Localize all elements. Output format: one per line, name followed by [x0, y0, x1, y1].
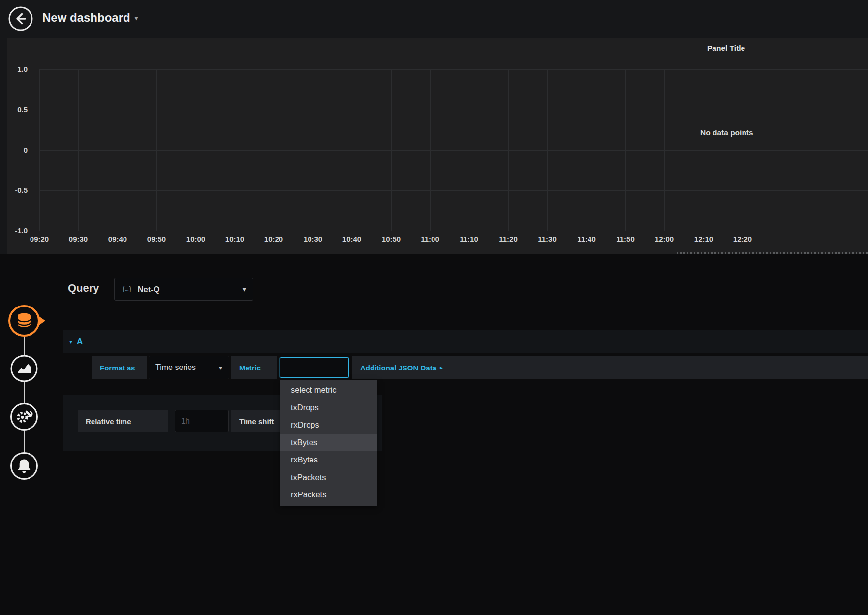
dropdown-item-rxbytes[interactable]: rxBytes: [280, 451, 377, 469]
x-tick: 10:10: [217, 235, 252, 243]
dashboard-title-text: New dashboard: [42, 11, 130, 24]
relative-time-input[interactable]: [175, 410, 229, 432]
x-tick: 11:20: [491, 235, 526, 243]
x-tick: 10:00: [179, 235, 213, 243]
y-tick: 0.5: [7, 105, 28, 114]
y-tick: -1.0: [7, 226, 28, 235]
x-tick: 09:50: [139, 235, 174, 243]
x-tick: 10:50: [374, 235, 408, 243]
no-data-text: No data points: [700, 128, 753, 137]
grafana-screen: New dashboard▾ Panel Title No data point…: [0, 0, 868, 615]
x-tick: 12:10: [686, 235, 721, 243]
additional-json-label: Additional JSON Data: [360, 364, 436, 372]
chevron-down-icon: ▾: [219, 364, 222, 371]
dashboard-title[interactable]: New dashboard▾: [42, 11, 138, 25]
x-tick: 10:20: [256, 235, 291, 243]
query-row-header[interactable]: ▾ A: [63, 330, 868, 353]
y-tick: 1.0: [7, 65, 28, 73]
datasource-select[interactable]: {…} Net-Q ▾: [114, 278, 253, 301]
format-as-label: Format as: [92, 356, 147, 379]
x-tick: 12:20: [725, 235, 760, 243]
relative-time-label: Relative time: [78, 410, 168, 432]
x-tick: 11:50: [608, 235, 643, 243]
chevron-down-icon: ▾: [69, 338, 72, 345]
x-tick: 10:40: [335, 235, 369, 243]
metric-input-wrap: [278, 356, 351, 379]
x-tick: 09:40: [100, 235, 135, 243]
x-tick: 11:00: [413, 235, 447, 243]
x-tick: 09:30: [61, 235, 95, 243]
horizontal-scrollbar[interactable]: [677, 252, 868, 254]
dropdown-item-select-metric[interactable]: select metric: [280, 381, 377, 399]
x-tick: 11:30: [530, 235, 564, 243]
x-tick: 09:20: [22, 235, 57, 243]
metric-input[interactable]: [280, 357, 349, 378]
query-editor-row: Format as Time series ▾ Metric Additiona…: [92, 356, 868, 379]
tab-general-settings[interactable]: [9, 402, 39, 433]
chevron-right-icon: ▸: [440, 364, 443, 371]
database-icon: [7, 304, 45, 338]
dropdown-item-txbytes[interactable]: txBytes: [280, 434, 377, 452]
y-tick: -0.5: [7, 186, 28, 194]
tab-visualization[interactable]: [10, 354, 38, 385]
additional-json-toggle[interactable]: Additional JSON Data ▸: [352, 356, 868, 379]
metric-dropdown-menu: select metric txDrops rxDrops txBytes rx…: [280, 380, 377, 506]
gear-icon: [9, 402, 39, 431]
chart-icon: [10, 354, 38, 383]
arrow-left-icon: [8, 6, 33, 31]
json-braces-icon: {…}: [122, 286, 132, 293]
dropdown-item-rxdrops[interactable]: rxDrops: [280, 416, 377, 434]
dropdown-item-rxpackets[interactable]: rxPackets: [280, 486, 377, 504]
format-as-select[interactable]: Time series ▾: [149, 356, 229, 379]
graph-panel: Panel Title No data points 1.0 0.5 0 -0.…: [7, 38, 868, 254]
query-ref-id: A: [77, 337, 83, 347]
dashboard-top-region: New dashboard▾ Panel Title No data point…: [0, 0, 868, 254]
query-section-label: Query: [68, 282, 99, 295]
panel-title[interactable]: Panel Title: [707, 44, 745, 53]
chevron-down-icon: ▾: [242, 285, 246, 294]
x-tick: 11:40: [569, 235, 604, 243]
dropdown-item-txdrops[interactable]: txDrops: [280, 399, 377, 417]
metric-label: Metric: [231, 356, 277, 379]
plot-area[interactable]: [39, 69, 868, 231]
x-tick: 12:00: [647, 235, 682, 243]
format-as-value: Time series: [155, 363, 196, 372]
x-tick: 11:10: [452, 235, 486, 243]
x-tick: 10:30: [296, 235, 330, 243]
tab-connector-line: [24, 321, 25, 466]
tab-alert[interactable]: [9, 451, 39, 483]
bell-icon: [9, 451, 39, 481]
chevron-down-icon: ▾: [135, 14, 138, 22]
datasource-name: Net-Q: [138, 285, 160, 294]
tab-queries[interactable]: [7, 304, 45, 340]
y-tick: 0: [7, 146, 28, 154]
dropdown-item-txpackets[interactable]: txPackets: [280, 469, 377, 487]
back-button[interactable]: [8, 6, 33, 31]
